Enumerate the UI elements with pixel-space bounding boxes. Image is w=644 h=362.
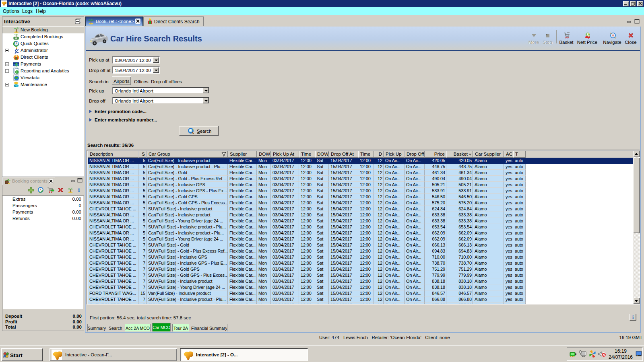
svg-text:$: $ — [15, 62, 18, 67]
